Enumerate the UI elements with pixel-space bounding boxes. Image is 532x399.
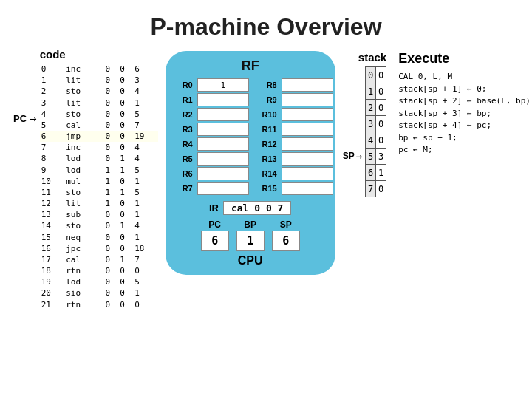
cpu-pc-value: 6 (201, 231, 229, 251)
rf-left-label: R6 (168, 169, 194, 178)
cpu-pc-group: PC 6 (201, 219, 229, 251)
code-row: 13sub001 (40, 209, 158, 220)
code-row: 9lod115 (40, 165, 158, 176)
code-row: 5cal007 (40, 120, 158, 131)
rf-right-label: R10 (252, 110, 279, 119)
execute-code: CAL 0, L, M stack[sp + 1] ← 0; stack[sp … (398, 71, 532, 157)
rf-right-box (282, 167, 333, 180)
code-row: 18rtn000 (40, 265, 158, 276)
code-row: 11sto115 (40, 187, 158, 198)
rf-left-box (197, 182, 249, 195)
rf-left-box: 1 (197, 78, 249, 92)
rf-right-label: R14 (252, 169, 279, 178)
rf-right-label: R13 (252, 154, 279, 163)
cpu-bp-value: 1 (236, 231, 265, 251)
code-row: 3lit001 (40, 98, 158, 109)
rf-right-box (282, 93, 333, 106)
code-row: 16jpc0018 (40, 243, 158, 254)
rf-left-label: R7 (168, 184, 194, 193)
rf-left-label: R5 (168, 154, 194, 163)
code-row: 10mul101 (40, 176, 158, 187)
execute-section: Execute CAL 0, L, M stack[sp + 1] ← 0; s… (398, 51, 532, 157)
code-row: 2sto004 (40, 86, 158, 97)
rf-left-box (197, 93, 249, 106)
code-row: 0inc006 (40, 64, 158, 75)
code-label: code (40, 48, 158, 61)
ir-row: IR cal 0 0 7 (209, 201, 291, 215)
rf-left-label: R4 (168, 140, 194, 149)
cpu-label: CPU (238, 254, 263, 267)
rf-right-box (282, 182, 333, 195)
code-row: 17cal017 (40, 254, 158, 265)
code-row: 4sto005 (40, 109, 158, 120)
code-row: 6jmp0019 (40, 131, 158, 142)
rf-left-box (197, 152, 249, 166)
code-row: 1lit003 (40, 75, 158, 86)
cpu-sp-group: SP 6 (272, 219, 300, 251)
stack-row: 20 (366, 100, 386, 116)
stack-table: 0010203040536170 (365, 66, 386, 197)
ir-value: cal 0 0 7 (223, 201, 291, 215)
rf-right-box (282, 123, 333, 136)
page-title: P-machine Overview (0, 0, 532, 48)
execute-label: Execute (398, 51, 532, 66)
stack-label: stack (358, 51, 386, 64)
ir-label: IR (209, 202, 219, 214)
stack-section: stack SP→ 0010203040536170 (343, 51, 386, 197)
sp-indicator: SP→ (343, 148, 362, 164)
code-table: 0inc0061lit0032sto0043lit0014sto0055cal0… (40, 64, 158, 310)
rf-right-box (282, 152, 333, 166)
stack-row: 40 (366, 132, 386, 149)
cpu-sp-label: SP (280, 219, 292, 230)
rf-left-box (197, 137, 249, 151)
stack-row: 53 (366, 149, 386, 165)
code-row: 15neq001 (40, 232, 158, 243)
rf-left-label: R3 (168, 125, 194, 134)
cpu-pc-label: PC (208, 219, 221, 230)
cpu-bp-label: BP (244, 219, 256, 230)
rf-right-box (282, 78, 333, 92)
code-row: 7inc004 (40, 142, 158, 153)
rf-left-box (197, 167, 249, 180)
rf-right-label: R11 (252, 125, 279, 134)
rf-right-label: R15 (252, 184, 279, 193)
code-row: 8lod014 (40, 153, 158, 164)
sp-area: SP→ (343, 66, 362, 197)
pc-label: PC (13, 113, 27, 124)
code-row: 14sto014 (40, 220, 158, 231)
rf-left-box (197, 108, 249, 121)
stack-row: 10 (366, 83, 386, 100)
rf-right-box (282, 108, 333, 121)
rf-left-label: R1 (168, 95, 194, 104)
code-row: 20sio001 (40, 287, 158, 299)
cpu-bottom: PC 6 BP 1 SP 6 (201, 219, 300, 251)
rf-grid: R01R8R1R9R2R10R3R11R4R12R5R13R6R14R7R15 (168, 78, 333, 195)
stack-row: 00 (366, 67, 386, 83)
rf-left-box (197, 123, 249, 136)
cpu-sp-value: 6 (272, 231, 300, 251)
cpu-bp-group: BP 1 (236, 219, 265, 251)
stack-row: 30 (366, 116, 386, 132)
rf-left-label: R0 (168, 81, 194, 89)
code-row: 12lit101 (40, 198, 158, 209)
cpu-section: RF R01R8R1R9R2R10R3R11R4R12R5R13R6R14R7R… (166, 51, 335, 275)
rf-right-box (282, 137, 333, 151)
stack-row: 70 (366, 181, 386, 197)
rf-label: RF (242, 58, 259, 74)
stack-row: 61 (366, 165, 386, 181)
code-row: 19lod005 (40, 276, 158, 287)
code-row: 21rtn000 (40, 299, 158, 310)
rf-right-label: R12 (252, 140, 279, 149)
rf-right-label: R8 (252, 81, 279, 89)
rf-right-label: R9 (252, 95, 279, 104)
pc-arrow-icon: → (30, 112, 37, 126)
rf-left-label: R2 (168, 110, 194, 119)
